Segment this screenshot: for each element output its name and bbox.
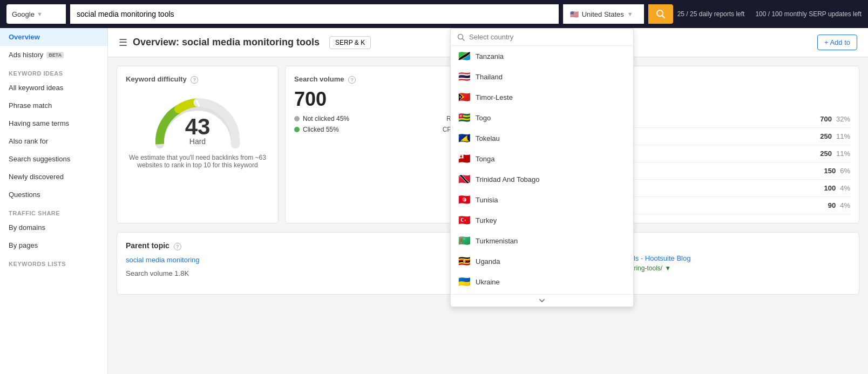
gv-volume: 700 [820,115,832,123]
dropdown-country-name: Turkmenistan [476,237,518,245]
sidebar-item-questions[interactable]: Questions [0,186,107,203]
parent-topic-link[interactable]: social media monitoring [126,256,200,264]
dropdown-country-item[interactable]: 🇹🇬 Togo [451,107,633,128]
serp-button[interactable]: SERP & K [329,36,371,49]
dropdown-flag-icon: 🇹🇿 [458,50,470,62]
dropdown-country-name: Turkey [476,216,497,225]
dropdown-country-item[interactable]: 🇹🇿 Tanzania [451,46,633,66]
sidebar-item-by-pages[interactable]: By pages [0,236,107,254]
result-url-dropdown-icon[interactable]: ▼ [664,264,671,272]
country-search-input[interactable] [469,33,627,41]
gv-volume: 150 [824,167,836,175]
sidebar-item-also-rank-for[interactable]: Also rank for [0,132,107,150]
gv-pct: 4% [840,201,850,209]
sv-help-icon[interactable]: ? [348,76,356,84]
main-layout: Overview Ads history BETA KEYWORD IDEAS … [0,28,868,374]
sidebar-item-all-keyword-ideas[interactable]: All keyword ideas [0,79,107,97]
sv-value: 700 [294,88,470,111]
ads-history-label: Ads history [9,51,43,59]
gv-volume: 250 [820,149,832,158]
dropdown-flag-icon: 🇹🇱 [458,91,470,103]
sidebar-item-newly-discovered[interactable]: Newly discovered [0,168,107,186]
gauge-value: 43 [185,114,211,139]
sidebar-item-overview[interactable]: Overview [0,28,107,46]
country-chevron: ▼ [627,11,633,17]
svg-line-4 [463,38,465,40]
keyword-ideas-section-title: KEYWORD IDEAS [0,64,107,79]
chevron-down-icon [538,297,546,304]
dropdown-country-item[interactable]: 🇦🇪 United Arab Emirates [451,292,633,294]
add-to-button[interactable]: + Add to [817,35,857,50]
dropdown-country-name: Tokelau [476,134,500,142]
kd-help-icon[interactable]: ? [191,76,198,84]
parent-topic-title: Parent topic ? [126,241,476,250]
dropdown-flag-icon: 🇹🇭 [458,71,470,83]
page-title: Overview: social media monitoring tools [133,37,320,48]
dropdown-country-item[interactable]: 🇺🇦 Ukraine [451,271,633,292]
dropdown-flag-icon: 🇹🇷 [458,214,470,226]
gv-pct: 6% [840,167,850,175]
gv-pct: 11% [836,149,850,158]
svg-line-1 [662,16,664,18]
country-dropdown[interactable]: 🇹🇿 Tanzania 🇹🇭 Thailand 🇹🇱 Timor-Leste 🇹… [450,28,634,307]
parent-topic-help-icon[interactable]: ? [174,243,181,250]
dropdown-country-name: Togo [476,114,491,122]
kd-description: We estimate that you'll need backlinks f… [126,154,269,169]
dropdown-flag-icon: 🇹🇹 [458,173,470,185]
gv-volume: 90 [828,201,836,209]
dropdown-country-name: Ukraine [476,278,500,286]
sidebar-item-having-same-terms[interactable]: Having same terms [0,114,107,132]
search-engine-select[interactable]: Google ▼ [6,4,66,24]
dropdown-flag-icon: 🇹🇲 [458,235,470,247]
parent-topic-card: Parent topic ? social media monitoring S… [117,232,485,295]
dropdown-country-name: Trinidad And Tobago [476,175,540,183]
sidebar-item-search-suggestions[interactable]: Search suggestions [0,150,107,168]
dropdown-country-name: Tunisia [476,196,498,204]
sidebar-item-ads-history[interactable]: Ads history BETA [0,46,107,64]
sv-not-clicked-row: Not clicked 45% RR 1.15 [294,115,470,123]
dropdown-country-name: Tanzania [476,52,504,60]
dropdown-flag-icon: 🇺🇬 [458,255,470,267]
hamburger-icon[interactable]: ☰ [119,37,127,49]
dropdown-country-item[interactable]: 🇹🇴 Tonga [451,148,633,169]
dropdown-flag-icon: 🇹🇳 [458,194,470,206]
dropdown-country-item[interactable]: 🇹🇭 Thailand [451,66,633,87]
dropdown-country-item[interactable]: 🇹🇷 Turkey [451,210,633,230]
dropdown-scroll-down[interactable] [451,294,633,307]
dropdown-flag-icon: 🇹🇬 [458,112,470,124]
dropdown-country-item[interactable]: 🇹🇰 Tokelau [451,128,633,148]
dropdown-search-icon [457,33,465,41]
dropdown-country-name: Uganda [476,257,500,266]
keyword-difficulty-card: Keyword difficulty ? [117,66,279,223]
country-selector[interactable]: 🇺🇸 United States ▼ [563,4,644,24]
search-engine-label: Google [12,10,35,18]
dropdown-country-item[interactable]: 🇹🇳 Tunisia [451,189,633,210]
gauge-container: 43 Hard [126,90,269,149]
search-button[interactable] [648,4,673,24]
dropdown-country-item[interactable]: 🇹🇱 Timor-Leste [451,87,633,107]
overview-label: Overview [9,33,40,41]
parent-search-volume: Search volume 1.8K [126,269,476,277]
not-clicked-label: Not clicked 45% [303,115,349,123]
beta-badge: BETA [46,52,64,58]
sidebar-item-phrase-match[interactable]: Phrase match [0,97,107,114]
dropdown-country-item[interactable]: 🇹🇹 Trinidad And Tobago [451,169,633,189]
kd-title: Keyword difficulty ? [126,75,269,84]
dropdown-country-item[interactable]: 🇺🇬 Uganda [451,251,633,271]
traffic-share-section-title: TRAFFIC SHARE [0,203,107,219]
search-engine-chevron: ▼ [37,11,43,17]
sidebar-item-by-domains[interactable]: By domains [0,219,107,236]
clicked-label: Clicked 55% [303,126,339,133]
clicked-dot [294,127,300,132]
gauge-svg: 43 Hard [149,90,246,149]
keywords-lists-section-title: KEYWORDS LISTS [0,254,107,269]
topbar: Google ▼ 🇺🇸 United States ▼ 25 / 25 dail… [0,0,868,28]
dropdown-flag-icon: 🇹🇴 [458,153,470,165]
dropdown-list: 🇹🇿 Tanzania 🇹🇭 Thailand 🇹🇱 Timor-Leste 🇹… [451,46,633,294]
us-flag-icon: 🇺🇸 [570,10,579,18]
dropdown-country-name: Timor-Leste [476,93,513,101]
topbar-info: 25 / 25 daily reports left 100 / 100 mon… [677,10,862,18]
search-input[interactable] [70,4,559,24]
dropdown-search-row [451,29,633,46]
dropdown-country-item[interactable]: 🇹🇲 Turkmenistan [451,230,633,251]
